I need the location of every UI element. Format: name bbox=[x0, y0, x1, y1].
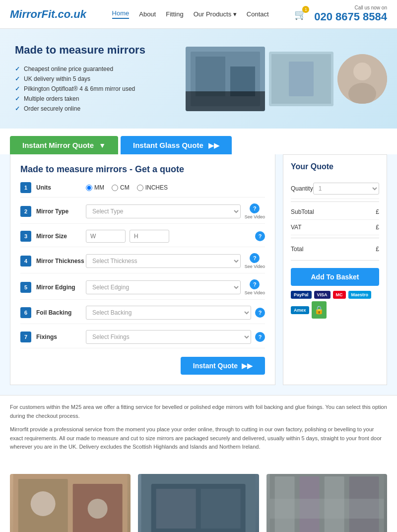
row-control-thickness: Select Thickness bbox=[86, 254, 241, 268]
row-num-3: 3 bbox=[20, 231, 31, 242]
quantity-row: Quantity 1 2 3 bbox=[291, 179, 379, 199]
tab-mirror[interactable]: Instant Mirror Quote ▼ bbox=[10, 136, 118, 154]
thickness-see-video[interactable]: See Video bbox=[245, 264, 265, 269]
vat-row: VAT £ bbox=[291, 220, 379, 235]
gallery-img-mirrors bbox=[266, 474, 387, 532]
edging-see-video[interactable]: See Video bbox=[245, 290, 265, 295]
form-row-thickness: 4 Mirror Thickness Select Thickness ? Se… bbox=[20, 253, 265, 273]
bullet-3: Pilkington Optifloat® 4 & 6mm mirror use… bbox=[15, 84, 171, 94]
total-label: Total bbox=[291, 246, 303, 253]
backing-help-btn[interactable]: ? bbox=[255, 308, 265, 318]
secure-lock-icon: 🔒 bbox=[312, 301, 327, 319]
your-quote-title: Your Quote bbox=[291, 162, 379, 171]
form-row-units: 1 Units MM CM INCHES bbox=[20, 182, 265, 198]
svg-rect-19 bbox=[156, 489, 196, 529]
mirror-type-help-btn[interactable]: ? bbox=[250, 203, 260, 213]
row-num-1: 1 bbox=[20, 182, 31, 193]
hero-title: Made to measure mirrors bbox=[15, 44, 171, 57]
height-input[interactable] bbox=[130, 230, 169, 243]
mirror-type-help: ? See Video bbox=[245, 203, 265, 219]
svg-rect-2 bbox=[196, 57, 225, 96]
edging-help-btn[interactable]: ? bbox=[250, 279, 260, 289]
edging-select[interactable]: Select Edging bbox=[86, 280, 241, 294]
form-title: Made to measure mirrors - Get a quote bbox=[20, 164, 265, 175]
nav-contact[interactable]: Contact bbox=[247, 10, 269, 18]
bullet-1: Cheapest online price guaranteed bbox=[15, 64, 171, 74]
main-content: Made to measure mirrors - Get a quote 1 … bbox=[0, 154, 397, 395]
form-row-mirror-size: 3 Mirror Size ? bbox=[20, 230, 265, 247]
row-label-mirror-type: Mirror Type bbox=[36, 208, 86, 215]
edging-help: ? See Video bbox=[245, 279, 265, 295]
row-control-fixings: Select Fixings bbox=[86, 330, 251, 344]
vat-label: VAT bbox=[291, 224, 302, 231]
units-radio-group: MM CM INCHES bbox=[86, 184, 265, 191]
unit-mm[interactable]: MM bbox=[86, 184, 104, 191]
thickness-help-btn[interactable]: ? bbox=[250, 253, 260, 263]
subtotal-row: SubTotal £ bbox=[291, 204, 379, 220]
hero-image-2 bbox=[269, 52, 333, 106]
mirror-type-see-video[interactable]: See Video bbox=[245, 214, 265, 219]
add-basket-button[interactable]: Add To Basket bbox=[291, 268, 379, 286]
main-nav: Home About Fitting Our Products ▾ Contac… bbox=[112, 9, 269, 19]
visa-icon: VISA bbox=[314, 291, 331, 299]
row-num-2: 2 bbox=[20, 206, 31, 217]
mirror-size-help-btn[interactable]: ? bbox=[255, 231, 265, 241]
row-control-backing: Select Backing bbox=[86, 306, 251, 320]
nav-fitting[interactable]: Fitting bbox=[166, 10, 183, 18]
unit-inches[interactable]: INCHES bbox=[137, 184, 168, 191]
bullet-2: UK delivery within 5 days bbox=[15, 74, 171, 84]
unit-mm-input[interactable] bbox=[86, 185, 92, 191]
hero-images bbox=[186, 39, 387, 119]
unit-cm-input[interactable] bbox=[112, 185, 118, 191]
cart-badge: 1 bbox=[302, 6, 309, 13]
paypal-icon: PayPal bbox=[291, 291, 312, 299]
header-right: 🛒 1 Call us now on 020 8675 8584 bbox=[294, 5, 387, 23]
instant-quote-button[interactable]: Instant Quote ▶▶ bbox=[181, 357, 265, 375]
nav-home[interactable]: Home bbox=[112, 9, 130, 19]
unit-cm[interactable]: CM bbox=[112, 184, 130, 191]
row-label-fixings: Fixings bbox=[36, 333, 86, 340]
cart-icon[interactable]: 🛒 1 bbox=[294, 8, 307, 20]
thickness-select[interactable]: Select Thickness bbox=[86, 254, 241, 268]
phone-block: Call us now on 020 8675 8584 bbox=[314, 5, 387, 23]
quantity-select[interactable]: 1 2 3 bbox=[313, 183, 379, 195]
quote-form-section: Made to measure mirrors - Get a quote 1 … bbox=[10, 154, 275, 385]
mirror-size-help: ? bbox=[255, 231, 265, 241]
total-row: Total £ bbox=[291, 241, 379, 258]
info-section: For customers within the M25 area we off… bbox=[0, 395, 397, 464]
fixings-select[interactable]: Select Fixings bbox=[86, 330, 251, 344]
nav-products[interactable]: Our Products ▾ bbox=[194, 10, 237, 18]
total-value: £ bbox=[376, 246, 379, 253]
hero-bullets: Cheapest online price guaranteed UK deli… bbox=[15, 64, 171, 114]
row-num-4: 4 bbox=[20, 256, 31, 266]
row-control-mirror-type: Select Type bbox=[86, 204, 241, 218]
svg-point-14 bbox=[31, 491, 56, 516]
maestro-icon: Maestro bbox=[348, 291, 372, 299]
phone-number[interactable]: 020 8675 8584 bbox=[314, 10, 387, 23]
fixings-help-btn[interactable]: ? bbox=[255, 332, 265, 342]
svg-rect-7 bbox=[289, 62, 314, 96]
svg-rect-4 bbox=[186, 91, 265, 111]
backing-select[interactable]: Select Backing bbox=[86, 306, 251, 320]
unit-inches-input[interactable] bbox=[137, 185, 143, 191]
row-control-units: MM CM INCHES bbox=[86, 184, 265, 191]
svg-point-10 bbox=[348, 83, 376, 104]
hero-section: Made to measure mirrors Cheapest online … bbox=[0, 29, 397, 129]
row-num-5: 5 bbox=[20, 282, 31, 293]
payment-icons: PayPal VISA MC Maestro Amex 🔒 bbox=[291, 291, 379, 319]
mirror-type-select[interactable]: Select Type bbox=[86, 204, 241, 218]
instant-quote-arrow: ▶▶ bbox=[242, 362, 253, 370]
row-label-edging: Mirror Edging bbox=[36, 284, 86, 291]
call-label: Call us now on bbox=[314, 5, 387, 10]
your-quote-panel: Your Quote Quantity 1 2 3 SubTotal £ VAT… bbox=[283, 154, 387, 385]
logo: MirrorFit.co.uk bbox=[10, 8, 86, 21]
row-num-6: 6 bbox=[20, 307, 31, 318]
tab-glass-arrow: ▶▶ bbox=[208, 141, 219, 149]
nav-about[interactable]: About bbox=[139, 10, 156, 18]
fixings-help: ? bbox=[255, 332, 265, 342]
gallery-section: Measure & Fitting We can provide install… bbox=[0, 464, 397, 532]
width-input[interactable] bbox=[86, 230, 126, 243]
quote-tabs: Instant Mirror Quote ▼ Instant Glass Quo… bbox=[0, 129, 397, 154]
gallery-img-fitting bbox=[10, 474, 131, 532]
tab-glass[interactable]: Instant Glass Quote ▶▶ bbox=[121, 136, 232, 154]
